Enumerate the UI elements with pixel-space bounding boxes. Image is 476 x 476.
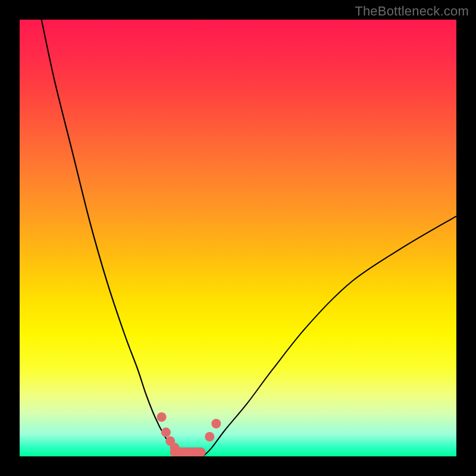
plot-area (20, 20, 456, 456)
watermark-text: TheBottleneck.com (355, 4, 469, 19)
curves-svg (20, 20, 456, 456)
marker-point (157, 412, 167, 422)
marker-point (174, 447, 184, 456)
right-curve (203, 216, 456, 456)
left-curve (42, 20, 179, 456)
marker-point (205, 432, 214, 441)
marker-point (161, 428, 171, 437)
chart-frame: TheBottleneck.com (0, 0, 476, 476)
marker-point (192, 447, 201, 456)
marker-point (211, 419, 221, 428)
